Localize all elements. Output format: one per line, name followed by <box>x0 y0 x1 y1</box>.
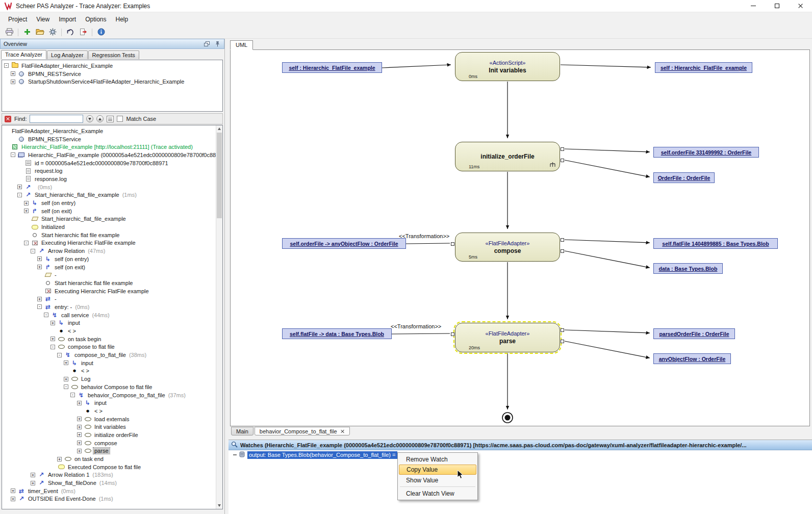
close-button[interactable] <box>789 0 812 12</box>
collapse-toggle[interactable]: - <box>50 345 55 349</box>
tab-regression-tests[interactable]: Regression Tests <box>88 50 139 59</box>
expand-toggle[interactable]: + <box>64 361 68 365</box>
context-menu-item-remove-watch[interactable]: Remove Watch <box>399 454 476 465</box>
collapse-toggle[interactable]: - <box>24 241 29 245</box>
expand-toggle[interactable]: + <box>77 401 82 405</box>
close-find-button[interactable] <box>5 116 11 122</box>
tree-item-compose-to-flat-file[interactable]: -↯compose_to_flat_file(38ms) <box>2 351 222 359</box>
tree-item-executing-hierarchic-flatfile-example[interactable]: -Executing Hierarchic FlatFile example <box>2 239 222 247</box>
expand-toggle[interactable]: + <box>11 489 15 493</box>
find-prev-button[interactable] <box>96 115 104 122</box>
tree-item-executing-hierarchic-flatfile-example[interactable]: Executing Hierarchic FlatFile example <box>2 287 222 295</box>
info-button[interactable] <box>95 28 107 38</box>
action-node-initialize-orderfile[interactable]: initialize_orderFile11ms <box>455 142 560 171</box>
scrollbar-thumb[interactable] <box>217 133 222 218</box>
expand-toggle[interactable]: + <box>24 201 29 205</box>
watch-row[interactable]: output: Base Types.Blob(behavior_Compose… <box>229 450 812 459</box>
menu-item-options[interactable]: Options <box>81 13 111 25</box>
tree-item-behavior-compose-to-flat-file[interactable]: -↯behavior_Compose_to_flat_file(37ms) <box>2 391 222 399</box>
tree-item-0ms[interactable]: +↗(0ms) <box>2 183 222 191</box>
print-button[interactable] <box>4 28 15 38</box>
tree-item-load-externals[interactable]: +load externals <box>2 415 222 423</box>
object-node-anyobjectflow-orderfile[interactable]: anyObjectFlow : OrderFile <box>653 353 731 364</box>
tree-item-input[interactable]: +↳input <box>2 359 222 367</box>
tree-item-behavior-compose-to-flat-file[interactable]: -behavior Compose to flat file <box>2 383 222 391</box>
collapse-toggle[interactable]: - <box>64 384 68 389</box>
expand-toggle[interactable]: + <box>37 265 42 269</box>
tree-item-timer-event[interactable]: +⇄timer_Event(0ms) <box>2 487 222 495</box>
match-case-checkbox[interactable] <box>117 116 123 122</box>
expand-toggle[interactable]: + <box>11 497 15 501</box>
object-node-self-hierarchic-flatfile-example[interactable]: self : Hierarchic_FlatFile_example <box>655 62 752 73</box>
close-tab-icon[interactable] <box>341 429 345 433</box>
expand-toggle[interactable]: + <box>77 425 82 429</box>
doc-tab-main[interactable]: Main <box>231 427 253 435</box>
object-node-self-flatfile-1404899885-base-types-blob[interactable]: self.flatFile 1404899885 : Base Types.Bl… <box>653 238 778 249</box>
tree-item-entry[interactable]: -⇄entry: -(0ms) <box>2 303 222 311</box>
doc-tab-behavior-compose-to-flat-file[interactable]: behavior_Compose_to_flat_file <box>255 427 350 435</box>
new-button[interactable] <box>21 28 33 38</box>
tree-item-self-on-entry[interactable]: +↳self (on entry) <box>2 199 222 207</box>
expand-toggle[interactable]: + <box>50 337 55 341</box>
tree-item-on-task-begin[interactable]: +on task begin <box>2 335 222 343</box>
expand-toggle[interactable]: + <box>64 377 68 381</box>
action-node-compose[interactable]: «FlatFileAdapter»compose5ms <box>455 233 560 262</box>
tree-item-item[interactable]: ●< > <box>2 407 222 415</box>
find-next-button[interactable] <box>86 115 93 122</box>
tree-item-response-log[interactable]: response.log <box>2 175 222 183</box>
collapse-toggle[interactable]: - <box>44 313 48 317</box>
tree-item-bpmn-restservice[interactable]: +BPMN_RESTService <box>2 70 222 78</box>
object-node-parsedorderfile-orderfile[interactable]: parsedOrderFile : OrderFile <box>653 328 735 339</box>
tree-item-start-hierarchic-flat-file-example[interactable]: Start hierarchic flat file example <box>2 231 222 239</box>
tree-item-compose[interactable]: +compose <box>2 439 222 447</box>
expand-toggle[interactable]: + <box>31 481 35 485</box>
find-input[interactable] <box>30 115 83 123</box>
collapse-toggle[interactable]: - <box>31 249 35 253</box>
object-node-data-base-types-blob[interactable]: data : Base Types.Blob <box>653 263 723 274</box>
collapse-toggle[interactable]: - <box>37 304 42 309</box>
tree-scrollbar[interactable] <box>216 125 222 509</box>
expand-toggle[interactable]: + <box>57 457 62 461</box>
find-options-button[interactable] <box>107 116 114 122</box>
object-node-self-orderfile-331499992-orderfile[interactable]: self.orderFile 331499992 : OrderFile <box>653 147 759 158</box>
scroll-up-button[interactable] <box>216 125 222 132</box>
tree-item-self-on-entry[interactable]: +↳self (on entry) <box>2 255 222 263</box>
tree-item-item[interactable]: - <box>2 271 222 279</box>
collapse-toggle[interactable]: - <box>11 152 15 157</box>
object-node-self-orderfile-anyobjectflow-orderfile[interactable]: self.orderFile -> anyObjectFlow : OrderF… <box>282 238 406 249</box>
expand-toggle[interactable]: + <box>37 297 42 301</box>
scroll-down-button[interactable] <box>216 502 222 509</box>
tree-item-self-on-exit[interactable]: +↱self (on exit) <box>2 207 222 215</box>
object-node-self-flatfile-data-base-types-blob[interactable]: self.flatFile -> data : Base Types.Blob <box>282 328 392 339</box>
object-node-orderfile-orderfile[interactable]: OrderFile : OrderFile <box>653 172 715 183</box>
tree-item-flatfileadapter-hierarchic-example[interactable]: -FlatFileAdapter_Hierarchic_Example <box>2 62 222 70</box>
context-menu-item-copy-value[interactable]: Copy Value <box>399 465 476 475</box>
menu-item-view[interactable]: View <box>32 13 54 25</box>
collapse-toggle[interactable]: - <box>70 393 75 397</box>
expand-toggle[interactable]: + <box>24 209 29 213</box>
tree-item-outside-end-event-done[interactable]: +↗OUTSIDE End Event-Done(1ms) <box>2 495 222 503</box>
menu-item-import[interactable]: Import <box>54 13 81 25</box>
tree-item-initialize-orderfile[interactable]: +initialize orderFile <box>2 431 222 439</box>
tree-item-self-on-exit[interactable]: +↱self (on exit) <box>2 263 222 271</box>
expand-toggle[interactable]: + <box>77 449 82 453</box>
tree-item-compose-to-flat-file[interactable]: -compose to flat file <box>2 343 222 351</box>
collapse-toggle[interactable]: - <box>57 353 62 357</box>
tree-item-show-flat-filedone[interactable]: +↗Show_flat_fileDone(14ms) <box>2 479 222 487</box>
tree-item-id-0000005a4e521edc0000000809e78700f0c88971[interactable]: id = 0000005a4e521edc0000000809e78700f0c… <box>2 159 222 167</box>
tree-item-arrow-relation-1[interactable]: +↗Arrow Relation 1(183ms) <box>2 471 222 479</box>
tab-log-analyzer[interactable]: Log Analyzer <box>47 50 88 59</box>
tree-item-executed-compose-to-flat-file[interactable]: Executed Compose to flat file <box>2 463 222 471</box>
tree-item-log[interactable]: +Log <box>2 375 222 383</box>
menu-item-help[interactable]: Help <box>111 13 133 25</box>
tree-item-hierarchic-flatfile-example-0000005a4e521edc0000000809e78700f0c88971[interactable]: -Hierarchic_FlatFile_example (0000005a4e… <box>2 151 222 159</box>
tree-item-initialized[interactable]: Initialized <box>2 223 222 231</box>
settings-button[interactable] <box>47 28 58 38</box>
object-node-self-hierarchic-flatfile-example[interactable]: self : Hierarchic_FlatFile_example <box>282 62 382 73</box>
context-menu-item-clear-watch-view[interactable]: Clear Watch View <box>399 488 476 499</box>
tab-uml[interactable]: UML <box>230 40 253 50</box>
tree-item-call-service[interactable]: -↯call service(44ms) <box>2 311 222 319</box>
action-node-init-variables[interactable]: «ActionScript»Init variables0ms <box>455 52 560 81</box>
expand-toggle[interactable]: + <box>17 185 22 189</box>
tree-item-item[interactable]: +⇄- <box>2 295 222 303</box>
